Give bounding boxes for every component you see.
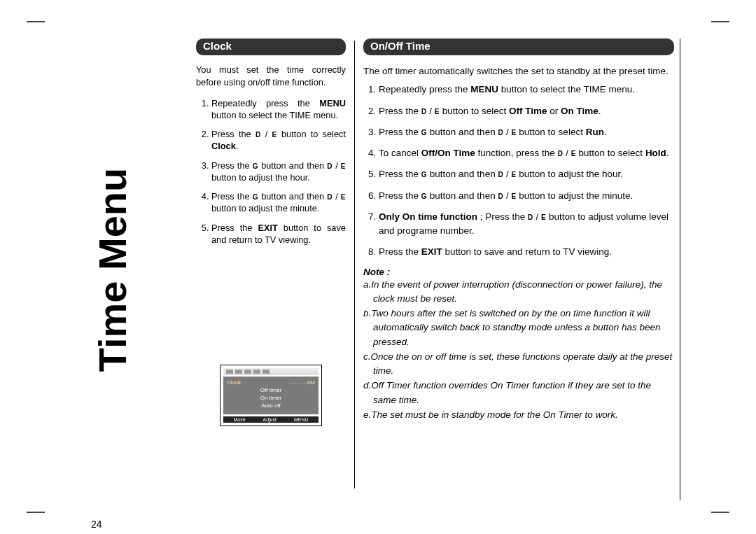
content-area: Clock You must set the time correctly be… <box>196 38 679 534</box>
onoff-step-5: Press the G button and then D / E button… <box>379 167 674 181</box>
onoff-step-8: Press the EXIT button to save and return… <box>379 245 674 259</box>
onoff-step-6: Press the G button and then D / E button… <box>379 189 674 203</box>
clock-step-2: Press the D / E button to select Clock. <box>211 128 346 153</box>
onoff-steps: Repeatedly press the MENU button to sele… <box>363 83 674 259</box>
onoff-intro: The off timer automatically switches the… <box>363 64 674 78</box>
section-spine-title: Time Menu <box>91 38 134 500</box>
osd-clock-preview: Clock- - : - - AM Off timer On timer Aut… <box>196 365 346 426</box>
onoff-heading: On/Off Time <box>363 38 674 55</box>
onoff-step-4: To cancel Off/On Time function, press th… <box>379 146 674 160</box>
clock-step-1: Repeatedly press the MENU button to sele… <box>211 97 346 122</box>
crop-mark <box>711 21 729 22</box>
crop-mark <box>27 512 45 513</box>
key-g: G <box>253 162 258 170</box>
onoff-column: On/Off Time The off timer automatically … <box>355 38 674 534</box>
crop-mark <box>27 21 45 22</box>
note-d: d.Off Timer function overrides On Timer … <box>363 379 674 407</box>
key-e: E <box>272 131 277 139</box>
onoff-step-2: Press the D / E button to select Off Tim… <box>379 104 674 118</box>
clock-heading: Clock <box>196 38 346 55</box>
onoff-step-1: Repeatedly press the MENU button to sele… <box>379 83 674 97</box>
key-d: D <box>255 131 261 139</box>
note-a: a.In the event of power interruption (di… <box>363 278 674 307</box>
clock-step-4: Press the G button and then D / E button… <box>211 190 346 215</box>
page-number: 24 <box>91 519 102 530</box>
clock-step-3: Press the G button and then D / E button… <box>211 160 346 184</box>
onoff-step-3: Press the G button and then D / E button… <box>379 125 674 139</box>
note-c: c.Once the on or off time is set, these … <box>363 350 674 379</box>
osd-tabstrip-icon <box>223 368 318 375</box>
crop-mark <box>711 512 729 513</box>
clock-steps: Repeatedly press the MENU button to sele… <box>196 97 346 246</box>
note-b: b.Two hours after the set is switched on… <box>363 307 674 349</box>
spine-text: Time Menu <box>90 167 136 371</box>
clock-intro: You must set the time correctly before u… <box>196 64 346 88</box>
note-label: Note : <box>363 267 674 277</box>
clock-step-5: Press the EXIT button to save and return… <box>211 222 346 246</box>
onoff-step-7: Only On time function ; Press the D / E … <box>379 210 674 239</box>
note-e: e.The set must be in standby mode for th… <box>363 408 674 422</box>
clock-column: Clock You must set the time correctly be… <box>196 38 354 534</box>
